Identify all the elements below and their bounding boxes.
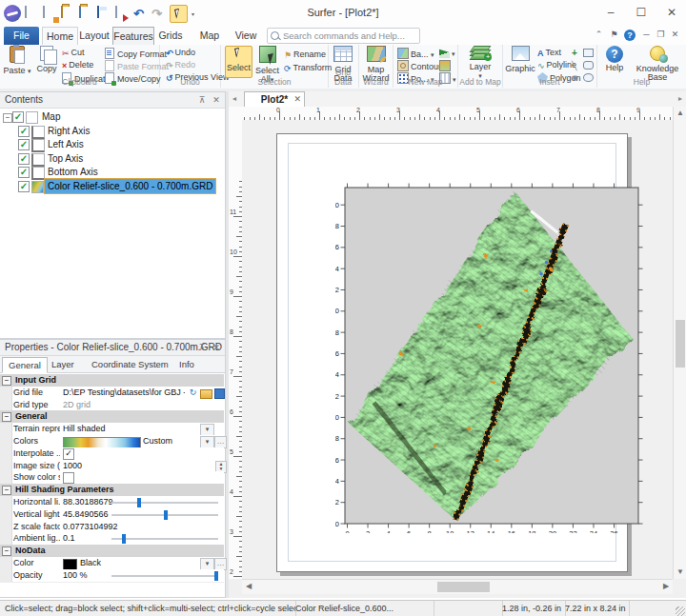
color-swatch[interactable]	[63, 559, 77, 570]
plot-canvas[interactable]: 0246810121416182022242602468101214161820…	[242, 120, 673, 579]
close-tab-icon[interactable]: ✕	[293, 92, 301, 107]
transform-button[interactable]: ⟳Transform	[284, 63, 332, 73]
maximize-button[interactable]: ☐	[627, 0, 656, 26]
tab-view[interactable]: View	[232, 27, 259, 45]
property-checkbox[interactable]: ✓	[63, 448, 74, 460]
scroll-down-icon[interactable]: ▼	[674, 566, 686, 579]
rounded-rectangle-icon[interactable]	[583, 61, 594, 70]
contour-map-icon	[397, 60, 409, 71]
new-image-map-button[interactable]	[439, 60, 453, 70]
scroll-up-icon[interactable]: ▲	[674, 107, 686, 120]
visibility-checkbox[interactable]: ✓	[18, 181, 30, 192]
slider-thumb[interactable]	[164, 510, 168, 520]
horizontal-scroll-thumb[interactable]	[437, 582, 490, 592]
close-panel-icon[interactable]: ✕	[211, 94, 222, 106]
color-gradient-swatch[interactable]	[63, 437, 141, 448]
visibility-checkbox[interactable]: ✓	[18, 126, 30, 137]
copy-format-button[interactable]: Copy Format	[105, 48, 167, 58]
section-collapse-icon[interactable]: −	[2, 546, 11, 556]
reload-grid-icon[interactable]: ↻	[188, 387, 198, 398]
select-button[interactable]: Select	[225, 46, 252, 78]
tab-scroll-right-icon[interactable]: ▸	[678, 94, 682, 103]
pin-icon[interactable]: ⊼	[196, 342, 208, 353]
pin-icon[interactable]: ⊼	[196, 94, 208, 106]
tab-home[interactable]: Home	[42, 27, 78, 46]
section-collapse-icon[interactable]: −	[2, 412, 11, 422]
slider-thumb[interactable]	[137, 498, 141, 507]
bottom-axis-label: 12	[467, 529, 474, 534]
redo-button[interactable]: ↷Redo	[166, 60, 195, 70]
tab-general[interactable]: General	[2, 357, 48, 373]
section-collapse-icon[interactable]: −	[2, 376, 11, 386]
color-relief-map[interactable]: 0246810121416182022242602468101214161820…	[335, 178, 648, 533]
slider-thumb[interactable]	[122, 534, 126, 544]
tree-item-right-axis[interactable]: ✓Right Axis	[0, 124, 225, 138]
copy-button[interactable]: Copy	[34, 46, 59, 73]
tab-info[interactable]: Info	[173, 357, 200, 371]
tree-item-map[interactable]: −✓Map	[0, 109, 225, 124]
plot-page[interactable]: 0246810121416182022242602468101214161820…	[276, 133, 628, 572]
status-empty	[429, 601, 503, 616]
child-close-icon[interactable]: ✕	[669, 30, 681, 39]
plot-tab[interactable]: Plot2* ✕	[244, 91, 305, 107]
paste-button[interactable]: Paste ▾	[3, 46, 31, 75]
slider-track[interactable]	[111, 538, 218, 540]
tab-features[interactable]: Features	[112, 27, 154, 47]
save-grid-icon[interactable]	[214, 388, 225, 399]
close-button[interactable]: ✕	[657, 0, 686, 26]
visibility-checkbox[interactable]: ✓	[18, 153, 30, 165]
tree-item-label: Bottom Axis	[45, 165, 101, 179]
tree-item-bottom-axis[interactable]: ✓Bottom Axis	[0, 165, 225, 179]
resize-grip[interactable]	[676, 606, 685, 616]
undo-button[interactable]: ↶Undo	[166, 48, 195, 58]
tab-scroll-left-icon[interactable]: ◂	[232, 94, 236, 103]
slider-track[interactable]	[111, 575, 218, 577]
tab-layer[interactable]: Layer	[46, 357, 80, 371]
slider-track[interactable]	[111, 502, 218, 504]
flag-icon[interactable]: ⚑	[608, 30, 620, 39]
child-minimize-icon[interactable]: ─	[640, 30, 653, 39]
tree-expander-icon[interactable]: −	[3, 113, 12, 123]
slider-thumb[interactable]	[214, 571, 218, 581]
tab-file[interactable]: File	[4, 27, 39, 45]
tab-layout[interactable]: Layout	[78, 27, 111, 45]
property-checkbox[interactable]	[63, 472, 74, 484]
tab-grids[interactable]: Grids	[156, 27, 185, 45]
tree-item-left-axis[interactable]: ✓Left Axis	[0, 137, 225, 151]
paste-format-button[interactable]: Paste Format	[105, 60, 169, 70]
ribbon-pin-icon[interactable]: ⌃	[593, 30, 605, 39]
rectangle-icon[interactable]	[583, 49, 594, 57]
browse-folder-icon[interactable]	[200, 389, 212, 399]
close-panel-icon[interactable]: ✕	[211, 342, 222, 353]
vertical-scroll-thumb[interactable]	[676, 320, 685, 368]
visibility-checkbox[interactable]: ✓	[12, 111, 24, 123]
scroll-right-icon[interactable]: ▶	[659, 580, 673, 593]
visibility-checkbox[interactable]: ✓	[18, 139, 30, 150]
vertical-scrollbar[interactable]: ▲ ▼	[673, 107, 686, 579]
search-input[interactable]: Search commands and Help...	[267, 28, 420, 44]
layer-button[interactable]: Layer ▾	[467, 46, 494, 81]
section-collapse-icon[interactable]: −	[2, 486, 11, 495]
new-contour-map-button[interactable]: Contour	[397, 60, 441, 70]
tree-item-color-relief-slice-0-600-0-700m-grd[interactable]: ✓Color Relief-slice_0.600 - 0.700m.GRD	[0, 179, 225, 193]
spline-icon[interactable]: ╲	[572, 61, 583, 70]
minimize-button[interactable]: –	[596, 0, 625, 26]
help-badge-icon[interactable]: ?	[624, 30, 636, 41]
cut-button[interactable]: ✂Cut	[62, 48, 85, 58]
polyline-button[interactable]: ∿Polyline	[537, 60, 576, 70]
new-base-map-button[interactable]: Ba... ▾	[397, 48, 434, 58]
text-button[interactable]: AText	[537, 48, 561, 58]
rename-button[interactable]: ⚑Rename	[284, 50, 326, 60]
point-icon[interactable]: +	[572, 48, 583, 58]
scroll-left-icon[interactable]: ◀	[242, 580, 255, 593]
help-button[interactable]: ? Help	[602, 46, 627, 73]
tab-coordinate-system[interactable]: Coordinate System	[86, 357, 174, 371]
graphic-button[interactable]: Graphic	[505, 46, 535, 73]
delete-button[interactable]: ×Delete	[62, 60, 93, 70]
child-restore-icon[interactable]: ❐	[655, 30, 667, 39]
horizontal-scrollbar[interactable]: ◀ ▶	[242, 579, 673, 594]
new-3d-view-button[interactable]: ▾	[439, 48, 455, 58]
visibility-checkbox[interactable]: ✓	[18, 167, 30, 178]
tree-item-top-axis[interactable]: ✓Top Axis	[0, 151, 225, 166]
tab-map-tools[interactable]: Map Tools	[189, 27, 231, 45]
